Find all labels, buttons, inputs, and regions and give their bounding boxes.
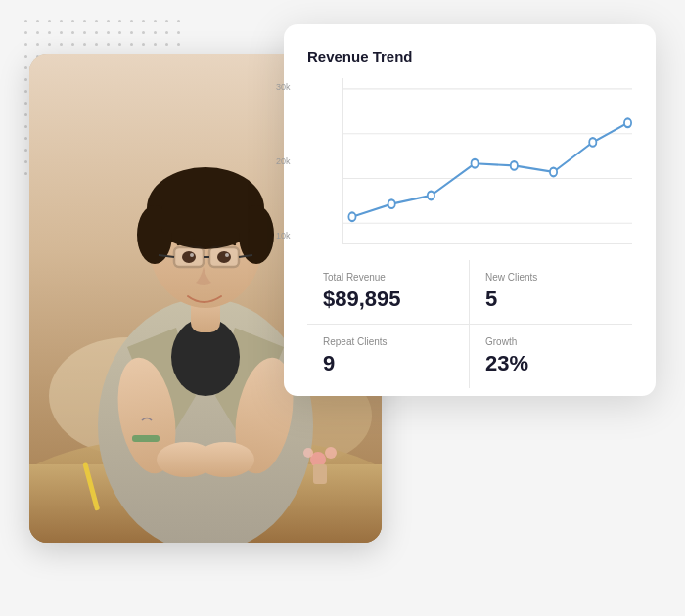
svg-point-43	[550, 168, 557, 177]
svg-point-38	[348, 212, 355, 221]
svg-point-26	[217, 251, 231, 263]
svg-point-45	[624, 118, 631, 127]
stat-label-new-clients: New Clients	[485, 272, 616, 283]
stat-growth: Growth 23%	[470, 325, 632, 388]
stat-label-repeat-clients: Repeat Clients	[323, 336, 453, 347]
stat-value-new-clients: 5	[485, 286, 616, 312]
stat-repeat-clients: Repeat Clients 9	[307, 325, 470, 388]
stats-grid: Total Revenue $89,895 New Clients 5 Repe…	[307, 260, 632, 388]
stat-label-growth: Growth	[485, 336, 616, 347]
main-scene: // Generate dots inline via script after…	[29, 24, 656, 592]
stat-new-clients: New Clients 5	[470, 260, 632, 325]
stat-value-total-revenue: $89,895	[323, 286, 453, 312]
stat-value-repeat-clients: 9	[323, 351, 453, 376]
stat-total-revenue: Total Revenue $89,895	[307, 260, 470, 325]
svg-point-42	[511, 161, 518, 170]
y-label-10k: 10k	[276, 231, 291, 241]
svg-rect-13	[132, 435, 160, 442]
revenue-chart	[342, 78, 632, 244]
svg-point-41	[472, 159, 479, 168]
y-label-20k: 20k	[276, 156, 291, 166]
chart-svg	[343, 78, 632, 243]
svg-point-25	[182, 251, 196, 263]
svg-point-27	[190, 253, 194, 257]
dashboard-title: Revenue Trend	[307, 48, 632, 65]
svg-rect-32	[313, 464, 327, 484]
y-label-30k: 30k	[276, 82, 291, 92]
dashboard-card: Revenue Trend 30k 20k 10k	[284, 24, 656, 396]
svg-point-39	[388, 199, 395, 208]
stat-value-growth: 23%	[485, 351, 616, 376]
svg-rect-19	[161, 205, 250, 233]
svg-point-31	[303, 448, 313, 458]
svg-point-30	[325, 447, 337, 459]
svg-point-40	[428, 192, 434, 200]
stat-label-total-revenue: Total Revenue	[323, 272, 453, 283]
chart-y-labels: 30k 20k 10k	[276, 78, 291, 244]
svg-point-44	[589, 138, 596, 147]
svg-point-12	[196, 442, 254, 477]
svg-point-28	[225, 253, 229, 257]
